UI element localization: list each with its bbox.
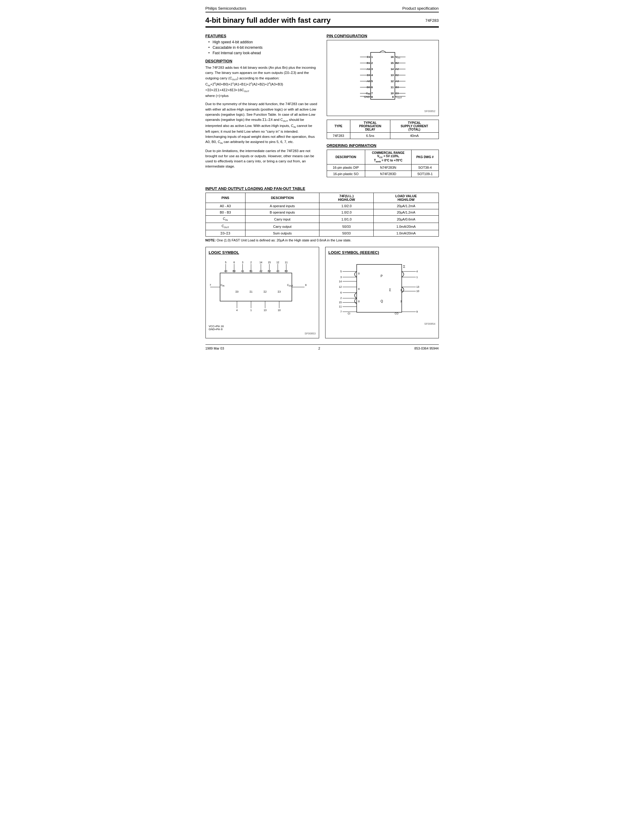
vcc-note: VCC=Pin 16 xyxy=(209,325,224,328)
fanout-header-pins: PINS xyxy=(206,193,245,203)
svg-text:4: 4 xyxy=(371,74,373,77)
svg-text:A3: A3 xyxy=(276,270,279,273)
svg-text:GND: GND xyxy=(364,95,370,98)
fanout-header-74f: 74F(U.L.)HIGH/LOW xyxy=(319,193,374,203)
table-row: B0 - B3 B operand inputs 1.0/2.0 20μA/1.… xyxy=(206,209,438,215)
pin-config-title: PIN CONFIGURATION xyxy=(327,34,439,38)
logic-symbol-ieee-box: LOGIC SYMBOL (IEEE/IEC) Σ P Σ Q 0 0 0 3 … xyxy=(325,247,439,338)
company-name: Philips Semiconductors xyxy=(206,6,246,11)
fanout-title: INPUT AND OUTPUT LOADING AND FAN-OUT TAB… xyxy=(206,186,439,191)
fanout-desc-3: Carry output xyxy=(245,223,319,230)
ordering-range-1: N74F283N xyxy=(365,164,411,171)
part-number: 74F283 xyxy=(425,18,438,23)
svg-text:Σ3: Σ3 xyxy=(396,92,399,95)
note-content: One (1.0) FAST Unit Load is defined as: … xyxy=(217,238,351,242)
svg-text:15: 15 xyxy=(339,301,342,304)
description-title: DESCRIPTION xyxy=(206,59,317,63)
svg-text:8: 8 xyxy=(371,95,373,98)
ordering-desc-1: 16-pin plastic DIP xyxy=(327,164,365,171)
svg-text:13: 13 xyxy=(264,309,267,312)
fanout-pins-4: Σ0–Σ3 xyxy=(206,230,245,236)
fanout-desc-2: Carry input xyxy=(245,215,319,223)
table-row: CIN Carry input 1.0/1.0 20μA/0.6mA xyxy=(206,215,438,223)
svg-text:2: 2 xyxy=(250,261,252,264)
svg-text:3: 3 xyxy=(340,276,342,279)
fanout-74f-2: 1.0/1.0 xyxy=(319,215,374,223)
table-row: 16-pin plastic DIP N74F283N SOT38-4 xyxy=(327,164,438,171)
logic-symbol-ieee-title: LOGIC SYMBOL (IEEE/IEC) xyxy=(328,250,435,255)
svg-text:B1: B1 xyxy=(250,270,253,273)
svg-text:12: 12 xyxy=(276,261,279,264)
fanout-load-2: 20μA/0.6mA xyxy=(374,215,438,223)
header-title: 4-bit binary full adder with fast carry … xyxy=(206,13,439,27)
svg-text:6: 6 xyxy=(340,291,342,294)
fanout-header-load: LOAD VALUEHIGH/LOW xyxy=(374,193,438,203)
svg-text:6: 6 xyxy=(371,86,373,89)
svg-text:12: 12 xyxy=(339,286,342,289)
gnd-note: GND=Pin 8 xyxy=(209,328,223,331)
svg-text:13: 13 xyxy=(416,286,419,289)
list-item: Fast Internal carry look-ahead xyxy=(209,51,317,55)
svg-text:11: 11 xyxy=(390,86,393,89)
svg-text:A0: A0 xyxy=(224,270,227,273)
svg-text:Σ3: Σ3 xyxy=(278,291,281,294)
svg-text:0: 0 xyxy=(358,300,359,303)
note-label: NOTE: xyxy=(206,238,216,242)
fanout-74f-3: 50/33 xyxy=(319,223,374,230)
svg-text:10: 10 xyxy=(390,92,393,95)
header-top: Philips Semiconductors Product specifica… xyxy=(206,6,439,13)
ordering-header-desc: DESCRIPTION xyxy=(327,150,365,164)
fanout-74f-4: 50/33 xyxy=(319,230,374,236)
right-column: PIN CONFIGURATION xyxy=(327,34,439,182)
svg-text:Σ0: Σ0 xyxy=(235,291,238,294)
footer-doc-num: 853-0364 95944 xyxy=(414,347,438,350)
svg-text:A1: A1 xyxy=(241,270,244,273)
svg-text:9: 9 xyxy=(305,283,306,286)
pin-config-svg: Σ1 B1 A1 Σ0 A0 B0 CIN GND 1 2 3 4 5 6 7 xyxy=(343,47,422,105)
typical-delay: 6.5ns xyxy=(350,133,390,139)
fanout-74f-0: 1.0/2.0 xyxy=(319,203,374,209)
svg-text:P: P xyxy=(380,275,382,278)
svg-text:3: 3 xyxy=(371,68,373,71)
table-row: COUT Carry output 50/33 1.0mA/20mA xyxy=(206,223,438,230)
svg-text:3: 3 xyxy=(242,261,243,264)
svg-text:1: 1 xyxy=(371,55,373,58)
svg-text:9: 9 xyxy=(416,310,418,313)
svg-text:Q: Q xyxy=(380,300,383,303)
svg-text:12: 12 xyxy=(390,80,393,83)
svg-text:5: 5 xyxy=(225,261,226,264)
svg-text:A1: A1 xyxy=(366,68,370,71)
svg-rect-92 xyxy=(356,264,402,312)
description-para-2: Due to the symmetry of the binary add fu… xyxy=(206,101,317,145)
svg-text:B2: B2 xyxy=(267,270,271,273)
svg-text:0: 0 xyxy=(358,272,359,275)
logic-symbol-ieee-svg: Σ P Σ Q 0 0 0 3 3 5 3 14 xyxy=(328,257,435,320)
pin-config-box: Σ1 B1 A1 Σ0 A0 B0 CIN GND 1 2 3 4 5 6 7 xyxy=(327,40,439,116)
features-list: High speed 4-bit addition Cascadable in … xyxy=(209,40,317,55)
logic-symbol-notes: VCC=Pin 16 GND=Pin 8 xyxy=(209,325,316,331)
fanout-load-3: 1.0mA/20mA xyxy=(374,223,438,230)
logic-symbol-ieee-sf: SF00854 xyxy=(328,322,435,325)
svg-text:Σ1: Σ1 xyxy=(367,55,370,58)
table-row: A0 - A3 A operand inputs 1.0/2.0 20μA/1.… xyxy=(206,203,438,209)
fanout-desc-0: A operand inputs xyxy=(245,203,319,209)
typical-header-type: TYPE xyxy=(327,120,350,133)
pin-config-sf: SF00852 xyxy=(330,109,435,113)
list-item: Cascadable in 4-bit increments xyxy=(209,45,317,50)
svg-text:4: 4 xyxy=(236,309,238,312)
svg-rect-73 xyxy=(220,273,292,301)
description-para-3: Due to pin limitations, the intermediate… xyxy=(206,148,317,169)
logic-symbol-box: LOGIC SYMBOL 5 6 3 2 14 15 12 11 A0 B0 A… xyxy=(206,247,319,338)
svg-text:CIN: CIN xyxy=(366,92,370,95)
description-para-1: The 74F283 adds two 4-bit binary words (… xyxy=(206,65,317,98)
top-two-col: FEATURES High speed 4-bit addition Casca… xyxy=(206,34,439,182)
svg-text:Σ: Σ xyxy=(403,265,405,269)
fanout-load-0: 20μA/1.2mA xyxy=(374,203,438,209)
svg-text:1: 1 xyxy=(416,276,418,279)
fanout-section: INPUT AND OUTPUT LOADING AND FAN-OUT TAB… xyxy=(206,186,439,242)
typical-table: TYPE TYPICALPROPAGATIONDELAY TYPICALSUPP… xyxy=(327,120,439,139)
svg-text:Σ0: Σ0 xyxy=(367,74,370,77)
svg-text:9: 9 xyxy=(392,95,393,98)
ordering-header-range: COMMERCIAL RANGEVCC = 5V ±10%,Tamb = 0°C… xyxy=(365,150,411,164)
table-row: 16-pin plastic SO N74F283D SOT109-1 xyxy=(327,171,438,177)
